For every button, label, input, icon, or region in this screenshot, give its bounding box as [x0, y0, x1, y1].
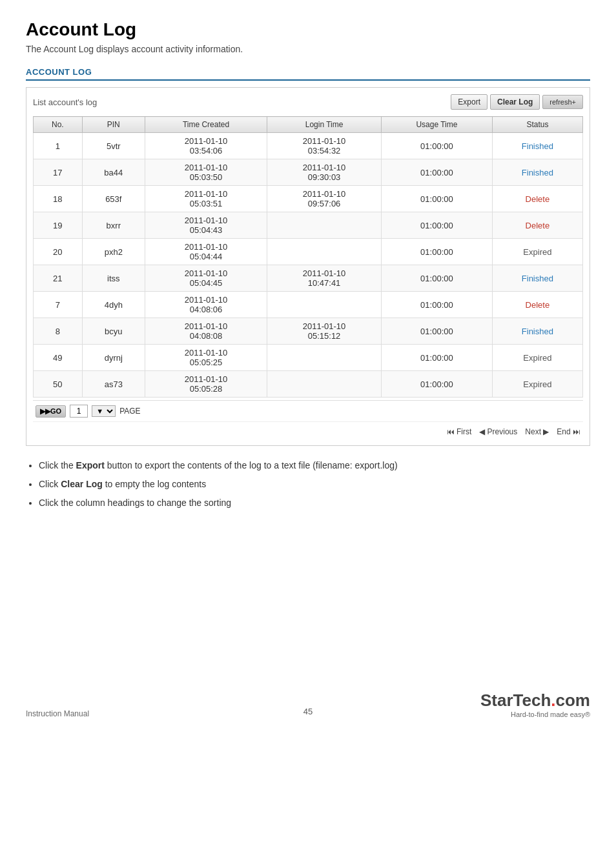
- cell-pin: as73: [82, 371, 145, 398]
- cell-status: Expired: [492, 371, 582, 398]
- cell-login-time: [267, 371, 382, 398]
- table-row: 8 bcyu 2011-01-1004:08:08 2011-01-1005:1…: [34, 318, 583, 345]
- cell-usage-time: 01:00:00: [382, 265, 493, 292]
- list-item: Click the column headings to change the …: [39, 496, 590, 510]
- cell-no: 7: [34, 292, 83, 318]
- list-item: Click Clear Log to empty the log content…: [39, 478, 590, 491]
- list-item: Click the Export button to export the co…: [39, 459, 590, 472]
- cell-usage-time: 01:00:00: [382, 239, 493, 265]
- cell-login-time: 2011-01-1010:47:41: [267, 265, 382, 292]
- cell-status: Finished: [492, 133, 582, 159]
- logo-tagline: Hard-to-find made easy®: [480, 711, 590, 718]
- cell-pin: 653f: [82, 186, 145, 212]
- cell-status: Finished: [492, 159, 582, 186]
- bullet-list: Click the Export button to export the co…: [26, 459, 590, 510]
- cell-usage-time: 01:00:00: [382, 371, 493, 398]
- list-label: List account's log: [33, 97, 97, 107]
- cell-pin: itss: [82, 265, 145, 292]
- pagination-nav: ⏮ First ◀ Previous Next ▶ End ⏭: [33, 421, 583, 439]
- refresh-button[interactable]: refresh+: [542, 95, 583, 109]
- page-title: Account Log: [26, 19, 590, 40]
- col-header-no[interactable]: No.: [34, 117, 83, 133]
- cell-login-time: [267, 239, 382, 265]
- cell-pin: bcyu: [82, 318, 145, 345]
- cell-usage-time: 01:00:00: [382, 186, 493, 212]
- cell-time-created: 2011-01-1004:08:06: [145, 292, 267, 318]
- cell-time-created: 2011-01-1003:54:06: [145, 133, 267, 159]
- cell-time-created: 2011-01-1005:04:45: [145, 265, 267, 292]
- cell-status: Finished: [492, 265, 582, 292]
- col-header-time-created[interactable]: Time Created: [145, 117, 267, 133]
- cell-time-created: 2011-01-1005:03:50: [145, 159, 267, 186]
- cell-status: Expired: [492, 345, 582, 371]
- cell-time-created: 2011-01-1005:04:43: [145, 212, 267, 239]
- previous-page-nav[interactable]: ◀ Previous: [479, 427, 517, 436]
- table-row: 20 pxh2 2011-01-1005:04:44 01:00:00 Expi…: [34, 239, 583, 265]
- cell-login-time: [267, 292, 382, 318]
- cell-pin: bxrr: [82, 212, 145, 239]
- go-button[interactable]: ▶▶GO: [36, 405, 66, 418]
- log-container: List account's log Export Clear Log refr…: [26, 87, 590, 446]
- page-label: PAGE: [119, 407, 140, 416]
- cell-no: 49: [34, 345, 83, 371]
- cell-usage-time: 01:00:00: [382, 212, 493, 239]
- cell-usage-time: 01:00:00: [382, 318, 493, 345]
- page-input[interactable]: [70, 405, 88, 418]
- cell-login-time: 2011-01-1003:54:32: [267, 133, 382, 159]
- pagination-bar: ▶▶GO ▼ PAGE: [33, 400, 583, 421]
- toolbar-buttons: Export Clear Log refresh+: [451, 94, 583, 110]
- col-header-usage-time[interactable]: Usage Time: [382, 117, 493, 133]
- log-table: No. PIN Time Created Login Time Usage Ti…: [33, 116, 583, 398]
- end-page-nav[interactable]: End ⏭: [557, 427, 580, 436]
- cell-login-time: [267, 212, 382, 239]
- table-row: 18 653f 2011-01-1005:03:51 2011-01-1009:…: [34, 186, 583, 212]
- cell-no: 18: [34, 186, 83, 212]
- cell-login-time: [267, 345, 382, 371]
- page-subtitle: The Account Log displays account activit…: [26, 44, 590, 54]
- cell-pin: 4dyh: [82, 292, 145, 318]
- cell-usage-time: 01:00:00: [382, 133, 493, 159]
- logo-dot: .: [551, 691, 555, 710]
- table-row: 50 as73 2011-01-1005:05:28 01:00:00 Expi…: [34, 371, 583, 398]
- next-page-nav[interactable]: Next ▶: [525, 427, 549, 436]
- export-button[interactable]: Export: [451, 94, 488, 110]
- cell-no: 20: [34, 239, 83, 265]
- cell-time-created: 2011-01-1005:04:44: [145, 239, 267, 265]
- cell-no: 8: [34, 318, 83, 345]
- table-row: 17 ba44 2011-01-1005:03:50 2011-01-1009:…: [34, 159, 583, 186]
- cell-login-time: 2011-01-1009:30:03: [267, 159, 382, 186]
- clear-log-button[interactable]: Clear Log: [490, 94, 540, 110]
- cell-no: 1: [34, 133, 83, 159]
- cell-time-created: 2011-01-1004:08:08: [145, 318, 267, 345]
- first-page-nav[interactable]: ⏮ First: [447, 427, 472, 436]
- cell-status: Delete: [492, 212, 582, 239]
- table-header-row: No. PIN Time Created Login Time Usage Ti…: [34, 117, 583, 133]
- page-select[interactable]: ▼: [92, 405, 116, 417]
- cell-pin: 5vtr: [82, 133, 145, 159]
- cell-no: 17: [34, 159, 83, 186]
- cell-status: Delete: [492, 186, 582, 212]
- page-number: 45: [303, 707, 313, 716]
- cell-status: Delete: [492, 292, 582, 318]
- cell-no: 21: [34, 265, 83, 292]
- cell-pin: dyrnj: [82, 345, 145, 371]
- cell-usage-time: 01:00:00: [382, 292, 493, 318]
- col-header-login-time[interactable]: Login Time: [267, 117, 382, 133]
- cell-status: Expired: [492, 239, 582, 265]
- table-row: 21 itss 2011-01-1005:04:45 2011-01-1010:…: [34, 265, 583, 292]
- cell-no: 19: [34, 212, 83, 239]
- cell-time-created: 2011-01-1005:03:51: [145, 186, 267, 212]
- cell-time-created: 2011-01-1005:05:28: [145, 371, 267, 398]
- table-row: 1 5vtr 2011-01-1003:54:06 2011-01-1003:5…: [34, 133, 583, 159]
- col-header-status[interactable]: Status: [492, 117, 582, 133]
- cell-usage-time: 01:00:00: [382, 159, 493, 186]
- cell-status: Finished: [492, 318, 582, 345]
- cell-time-created: 2011-01-1005:05:25: [145, 345, 267, 371]
- cell-usage-time: 01:00:00: [382, 345, 493, 371]
- cell-pin: pxh2: [82, 239, 145, 265]
- cell-no: 50: [34, 371, 83, 398]
- table-row: 7 4dyh 2011-01-1004:08:06 01:00:00 Delet…: [34, 292, 583, 318]
- section-heading: ACCOUNT LOG: [26, 67, 590, 81]
- table-row: 19 bxrr 2011-01-1005:04:43 01:00:00 Dele…: [34, 212, 583, 239]
- col-header-pin[interactable]: PIN: [82, 117, 145, 133]
